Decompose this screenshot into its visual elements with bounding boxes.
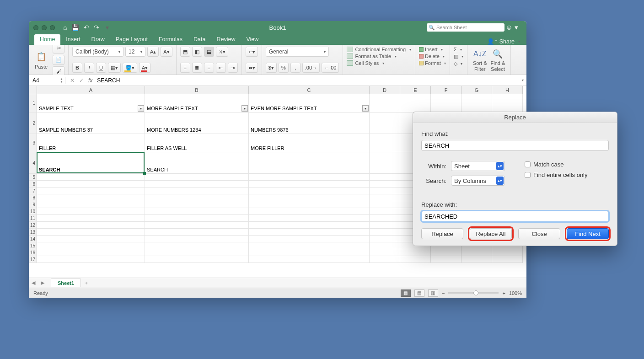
column-header-C[interactable]: C xyxy=(249,86,370,94)
row-header-4[interactable]: 4 xyxy=(29,152,37,174)
cell-D7[interactable] xyxy=(370,188,400,194)
cell-C9[interactable] xyxy=(249,201,370,208)
cell-B16[interactable] xyxy=(145,249,249,256)
format-as-table-button[interactable]: Format as Table ▾ xyxy=(347,54,411,59)
increase-indent-button[interactable]: ⇥ xyxy=(228,63,238,73)
cell-D4[interactable] xyxy=(370,152,400,174)
cell-C4[interactable] xyxy=(249,152,370,174)
row-header-9[interactable]: 9 xyxy=(29,201,37,208)
cell-F17[interactable] xyxy=(431,256,462,263)
cell-styles-button[interactable]: Cell Styles ▾ xyxy=(347,60,411,66)
home-icon[interactable]: ⌂ xyxy=(63,24,67,31)
zoom-out-button[interactable]: − xyxy=(442,290,445,296)
cell-A13[interactable] xyxy=(37,229,145,236)
search-order-select[interactable]: By Columns ▴▾ xyxy=(451,176,505,186)
fx-icon[interactable]: fx xyxy=(88,77,92,84)
cell-C8[interactable] xyxy=(249,194,370,201)
sheet-nav-prev[interactable]: ◀ xyxy=(29,280,38,286)
cell-A15[interactable] xyxy=(37,242,145,249)
zoom-window-icon[interactable] xyxy=(50,25,55,30)
align-top-button[interactable]: ⬒ xyxy=(180,47,190,57)
cell-B15[interactable] xyxy=(145,242,249,249)
cell-A17[interactable] xyxy=(37,256,145,263)
wrap-text-button[interactable]: ↩▾ xyxy=(246,47,258,57)
cell-A9[interactable] xyxy=(37,201,145,208)
select-all-corner[interactable] xyxy=(29,86,37,94)
cell-H1[interactable] xyxy=(492,94,523,113)
bold-button[interactable]: B xyxy=(72,63,82,73)
replace-button[interactable]: Replace xyxy=(421,228,463,239)
filter-button[interactable]: ▾ xyxy=(242,105,248,112)
find-what-input[interactable] xyxy=(421,140,609,151)
row-header-13[interactable]: 13 xyxy=(29,229,37,236)
decrease-indent-button[interactable]: ⇤ xyxy=(216,63,226,73)
cell-B7[interactable] xyxy=(145,188,249,194)
borders-button[interactable]: ▦▾ xyxy=(108,63,121,73)
cell-D1[interactable] xyxy=(370,94,400,113)
cell-B8[interactable] xyxy=(145,194,249,201)
tab-review[interactable]: Review xyxy=(211,34,241,45)
cell-D12[interactable] xyxy=(370,222,400,229)
underline-button[interactable]: U xyxy=(96,63,106,73)
cell-D2[interactable] xyxy=(370,113,400,134)
cell-A14[interactable] xyxy=(37,236,145,242)
entire-cells-checkbox[interactable]: Find entire cells only xyxy=(525,171,609,178)
column-header-D[interactable]: D xyxy=(370,86,400,94)
row-header-1[interactable]: 1 xyxy=(29,94,37,113)
add-sheet-button[interactable]: ＋ xyxy=(81,279,91,286)
enter-formula-icon[interactable]: ✓ xyxy=(79,77,84,84)
save-icon[interactable]: 💾 xyxy=(71,24,79,31)
copy-button[interactable]: 📄 xyxy=(53,55,64,65)
align-bottom-button[interactable]: ⬓ xyxy=(204,47,214,57)
currency-button[interactable]: $▾ xyxy=(266,63,277,73)
cell-A7[interactable] xyxy=(37,188,145,194)
cell-G17[interactable] xyxy=(462,256,492,263)
row-header-16[interactable]: 16 xyxy=(29,249,37,256)
row-header-7[interactable]: 7 xyxy=(29,188,37,194)
column-header-G[interactable]: G xyxy=(462,86,492,94)
merge-button[interactable]: ⇔▾ xyxy=(246,63,258,73)
comma-button[interactable]: , xyxy=(290,63,301,73)
row-header-2[interactable]: 2 xyxy=(29,113,37,134)
cell-B14[interactable] xyxy=(145,236,249,242)
column-header-B[interactable]: B xyxy=(145,86,249,94)
cell-D9[interactable] xyxy=(370,201,400,208)
expand-formula-bar-icon[interactable]: ▾ xyxy=(522,78,524,82)
conditional-formatting-button[interactable]: Conditional Formatting ▾ xyxy=(347,47,411,52)
cell-B12[interactable] xyxy=(145,222,249,229)
cell-C10[interactable] xyxy=(249,208,370,215)
column-header-E[interactable]: E xyxy=(400,86,431,94)
cell-C15[interactable] xyxy=(249,242,370,249)
cell-F16[interactable] xyxy=(431,249,462,256)
increase-font-button[interactable]: A▴ xyxy=(147,47,159,57)
formula-input[interactable]: SEARCH xyxy=(97,77,515,84)
align-left-button[interactable]: ≡ xyxy=(180,63,190,73)
match-case-checkbox[interactable]: Match case xyxy=(525,161,609,168)
cell-B17[interactable] xyxy=(145,256,249,263)
cell-C7[interactable] xyxy=(249,188,370,194)
font-size-select[interactable]: 12▾ xyxy=(125,47,145,57)
filter-button[interactable]: ▾ xyxy=(362,105,369,112)
cell-H17[interactable] xyxy=(492,256,523,263)
cell-C12[interactable] xyxy=(249,222,370,229)
cell-D16[interactable] xyxy=(370,249,400,256)
cell-E16[interactable] xyxy=(400,249,431,256)
cell-D14[interactable] xyxy=(370,236,400,242)
zoom-slider[interactable] xyxy=(448,292,499,294)
cell-B2[interactable]: MORE NUMBERS 1234 xyxy=(145,113,249,134)
replace-with-input[interactable] xyxy=(421,211,609,222)
cell-D17[interactable] xyxy=(370,256,400,263)
normal-view-button[interactable]: ▦ xyxy=(401,289,411,297)
row-header-8[interactable]: 8 xyxy=(29,194,37,201)
tab-page-layout[interactable]: Page Layout xyxy=(110,34,153,45)
cell-G16[interactable] xyxy=(462,249,492,256)
tab-data[interactable]: Data xyxy=(188,34,211,45)
cell-A5[interactable] xyxy=(37,174,145,181)
decrease-decimal-button[interactable]: ←.00 xyxy=(322,63,339,73)
sheet-tab-1[interactable]: Sheet1 xyxy=(51,279,81,287)
decrease-font-button[interactable]: A▾ xyxy=(161,47,172,57)
page-break-view-button[interactable]: ▥ xyxy=(428,289,438,297)
cell-D6[interactable] xyxy=(370,181,400,188)
cell-B11[interactable] xyxy=(145,215,249,222)
format-cells-button[interactable]: Format ▾ xyxy=(419,60,446,66)
